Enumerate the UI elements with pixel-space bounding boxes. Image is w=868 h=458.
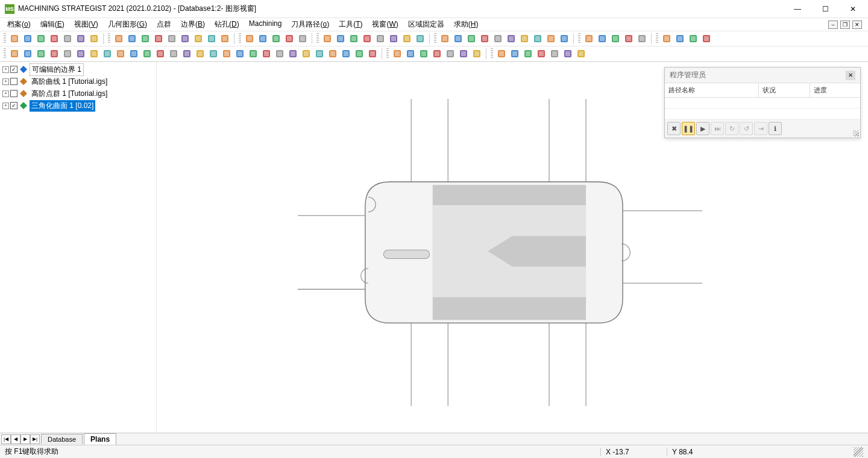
panel-delete-button[interactable]: ✖ <box>667 122 681 135</box>
drill-4-button[interactable] <box>431 48 443 60</box>
toolbar-grip[interactable] <box>108 33 110 44</box>
menu-区域固定器[interactable]: 区域固定器 <box>403 18 449 31</box>
menu-边界[interactable]: 边界(B) <box>176 18 210 31</box>
drill-1-button[interactable] <box>391 48 403 60</box>
wire-button[interactable] <box>257 33 269 45</box>
orange-3-button[interactable] <box>287 48 299 60</box>
menu-刀具路径[interactable]: 刀具路径(o) <box>286 18 334 31</box>
red-6-button[interactable] <box>168 48 180 60</box>
column-status[interactable]: 状况 <box>759 83 810 97</box>
path-button[interactable] <box>353 48 365 60</box>
menu-编辑[interactable]: 编辑(E) <box>36 18 69 31</box>
cube-hl-button[interactable] <box>270 33 282 45</box>
menu-钻孔[interactable]: 钻孔(D) <box>210 18 244 31</box>
tree-expander-icon[interactable]: + <box>2 66 9 73</box>
dot-button[interactable] <box>583 33 595 45</box>
table-row[interactable] <box>665 109 860 119</box>
menu-档案[interactable]: 档案(o) <box>2 18 36 31</box>
iso-5-button[interactable] <box>374 33 386 45</box>
toolbar-grip[interactable] <box>386 48 389 59</box>
tab-nav-last[interactable]: ▶| <box>30 434 40 444</box>
tree-checkbox[interactable] <box>10 78 17 85</box>
filter-button[interactable] <box>558 33 570 45</box>
toolbar-grip[interactable] <box>434 33 436 44</box>
angle-button[interactable] <box>505 33 517 45</box>
list-1-button[interactable] <box>549 48 561 60</box>
tree-node-boundaries[interactable]: +可编辑的边界 1 <box>0 63 156 75</box>
window-maximize-button[interactable]: ☐ <box>811 0 839 18</box>
iso-8-button[interactable] <box>414 33 426 45</box>
red-11-button[interactable] <box>234 48 246 60</box>
cards-button[interactable] <box>179 33 191 45</box>
gear-button[interactable] <box>366 48 379 60</box>
copy-button[interactable] <box>61 33 74 45</box>
toolbar-grip[interactable] <box>656 33 658 44</box>
menu-求助[interactable]: 求助(H) <box>449 18 483 31</box>
tab-nav-next[interactable]: ▶ <box>20 434 30 444</box>
mdi-restore-button[interactable]: ❐ <box>840 21 850 29</box>
iso-3-button[interactable] <box>348 33 360 45</box>
toolbar-grip[interactable] <box>4 33 6 44</box>
tag-1-button[interactable] <box>439 33 451 45</box>
window-minimize-button[interactable]: — <box>784 0 811 18</box>
swirl-button[interactable] <box>700 33 712 45</box>
iso-4-button[interactable] <box>361 33 373 45</box>
open-file-button[interactable] <box>22 33 34 45</box>
model-tree[interactable]: +可编辑的边界 1+高阶曲线 1 [Tutorial.igs]+高阶点群 1 [… <box>0 62 156 433</box>
grid-s-button[interactable] <box>283 33 295 45</box>
toolbar-grip[interactable] <box>578 33 580 44</box>
red-7-button[interactable] <box>181 48 193 60</box>
import-button[interactable] <box>8 48 20 60</box>
orange-4-button[interactable] <box>300 48 312 60</box>
red-10-button[interactable] <box>221 48 233 60</box>
drill-3-button[interactable] <box>418 48 430 60</box>
dots-2-button[interactable] <box>596 33 608 45</box>
tree-checkbox[interactable] <box>10 66 17 73</box>
solid-button[interactable] <box>244 33 256 45</box>
orange-2-button[interactable] <box>274 48 286 60</box>
run-button[interactable] <box>35 33 47 45</box>
new-file-button[interactable] <box>8 33 20 45</box>
toolbar-grip[interactable] <box>316 33 319 44</box>
tree-checkbox[interactable] <box>10 90 17 97</box>
undo-redo-button[interactable] <box>88 33 100 45</box>
iso-7-button[interactable] <box>401 33 413 45</box>
circle-m-button[interactable] <box>532 33 544 45</box>
layers-button[interactable] <box>192 33 204 45</box>
tree-checkbox[interactable] <box>10 102 17 109</box>
rows-button[interactable] <box>206 33 218 45</box>
panel-close-button[interactable]: ✕ <box>846 71 855 80</box>
tool-4-button[interactable] <box>535 48 547 60</box>
export-button[interactable] <box>22 48 34 60</box>
column-progress[interactable]: 进度 <box>810 83 861 97</box>
drill-6-button[interactable] <box>458 48 470 60</box>
grid-dots-button[interactable] <box>636 33 648 45</box>
panel-play-button[interactable]: ▶ <box>696 122 709 135</box>
menu-Machining[interactable]: Machining <box>244 18 287 31</box>
grid-1-button[interactable] <box>166 33 178 45</box>
tree-node-curves[interactable]: +高阶曲线 1 [Tutorial.igs] <box>0 75 156 87</box>
layer-b-button[interactable] <box>687 33 699 45</box>
tag-2-button[interactable] <box>452 33 464 45</box>
tree-node-triangulated[interactable]: +三角化曲面 1 [0.02] <box>0 100 156 112</box>
tab-nav-prev[interactable]: ◀ <box>11 434 20 444</box>
arrow-up-button[interactable] <box>128 48 140 60</box>
red-1-button[interactable] <box>48 48 60 60</box>
red-4-button[interactable] <box>88 48 100 60</box>
red-8-button[interactable] <box>194 48 206 60</box>
list-3-button[interactable] <box>575 48 587 60</box>
drill-7-button[interactable] <box>471 48 483 60</box>
panel-titlebar[interactable]: 程序管理员 ✕ <box>665 68 860 83</box>
gray-1-button[interactable] <box>313 48 326 60</box>
tool-1-button[interactable] <box>495 48 508 60</box>
iso-2-button[interactable] <box>335 33 347 45</box>
menu-几何图形[interactable]: 几何图形(G) <box>103 18 152 31</box>
tab-database[interactable]: Database <box>41 434 83 444</box>
axis-button[interactable] <box>113 33 125 45</box>
blue-2-button[interactable] <box>260 48 272 60</box>
measure-button[interactable] <box>492 33 504 45</box>
tree-expander-icon[interactable]: + <box>2 91 9 97</box>
toolbar-grip[interactable] <box>491 48 493 59</box>
ab-tag-button[interactable] <box>126 33 138 45</box>
menu-视图[interactable]: 视图(V) <box>69 18 103 31</box>
